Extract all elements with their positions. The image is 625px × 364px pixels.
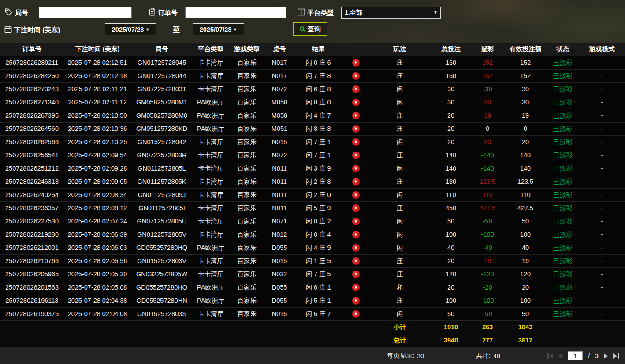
play-replay-button[interactable] <box>352 112 360 119</box>
cell-result: 闲 0 庄 4 <box>294 228 342 241</box>
platform-type-select[interactable]: 1.全部 ▼ <box>341 7 441 19</box>
cell-round-no: GN0322572805W <box>131 267 193 281</box>
cell-game-type: 百家乐 <box>229 175 265 188</box>
play-replay-button[interactable] <box>352 152 360 159</box>
cell-platform: 卡卡湾厅 <box>193 228 229 241</box>
cell-payout: 20 <box>471 135 504 149</box>
cell-round-no: GN01525728042 <box>131 135 193 149</box>
play-replay-button[interactable] <box>352 125 360 133</box>
cell-payout: -50 <box>471 215 504 228</box>
pager: / 3 <box>547 347 619 364</box>
play-replay-button[interactable] <box>352 59 360 67</box>
cell-round-no: GM051257280KD <box>131 122 193 135</box>
prev-page-button[interactable] <box>558 353 562 359</box>
cell-platform: 卡卡湾厅 <box>193 254 229 267</box>
play-replay-button[interactable] <box>352 178 360 186</box>
cell-game-mode: - <box>579 135 625 149</box>
cell-total-bet: 130 <box>431 175 471 188</box>
date-to-button[interactable]: 2025/07/28 ▼ <box>193 23 244 35</box>
cell-game-mode: - <box>579 307 625 320</box>
cell-bet-side: 庄 <box>369 294 431 307</box>
cell-payout: -50 <box>471 307 504 320</box>
subtotal-valid-bet: 1843 <box>504 320 547 334</box>
cell-status: 已派彩 <box>547 82 579 96</box>
table-row: 250728026284250 2025-07-28 02:12:18 GN01… <box>0 69 625 82</box>
play-icon <box>355 100 357 104</box>
play-replay-button[interactable] <box>352 165 360 172</box>
cell-replay <box>342 307 369 320</box>
cell-round-no: GN0112572805J <box>131 188 193 201</box>
cell-game-type: 百家乐 <box>229 281 265 294</box>
order-no-input[interactable] <box>185 7 286 18</box>
cell-game-mode: - <box>579 109 625 122</box>
page-number-input[interactable] <box>568 351 583 360</box>
date-from-value: 2025/07/28 <box>112 26 144 33</box>
cell-status: 已派彩 <box>547 307 579 320</box>
cell-result: 闲 7 庄 5 <box>294 267 342 281</box>
bet-time-label: 下注时间 (美东) <box>14 26 60 34</box>
cell-table-no: N032 <box>265 267 294 281</box>
col-bet-time: 下注时间 (美东) <box>64 43 131 56</box>
first-page-icon <box>547 353 549 359</box>
last-page-button[interactable] <box>613 353 619 359</box>
subtotal-row: 小计 1910 263 1843 <box>0 320 625 334</box>
query-button[interactable]: 查询 <box>293 22 327 36</box>
table-row: 250728026267395 2025-07-28 02:10:50 GM05… <box>0 109 625 122</box>
play-replay-button[interactable] <box>352 204 360 212</box>
first-page-button[interactable] <box>547 353 553 359</box>
cell-replay <box>342 122 369 135</box>
play-replay-button[interactable] <box>352 218 360 225</box>
table-row: 250728026271340 2025-07-28 02:11:12 GM05… <box>0 96 625 109</box>
cell-bet-side: 闲 <box>369 228 431 241</box>
cell-result: 闲 6 庄 1 <box>294 281 342 294</box>
cell-bet-time: 2025-07-28 02:09:05 <box>64 175 131 188</box>
play-replay-button[interactable] <box>352 99 360 106</box>
round-no-input[interactable] <box>39 7 132 18</box>
cell-valid-bet: 0 <box>504 122 547 135</box>
cell-round-no: GN0112572805K <box>131 175 193 188</box>
play-replay-button[interactable] <box>352 191 360 199</box>
cell-result: 闲 8 庄 0 <box>294 96 342 109</box>
cell-round-no: GN0112572805L <box>131 162 193 175</box>
play-replay-button[interactable] <box>352 257 360 265</box>
play-replay-button[interactable] <box>352 284 360 291</box>
page-separator: / <box>588 353 590 360</box>
cell-status: 已派彩 <box>547 96 579 109</box>
next-page-button[interactable] <box>604 353 608 359</box>
total-label: 总计 <box>369 334 431 347</box>
date-from-button[interactable]: 2025/07/28 ▼ <box>105 23 156 35</box>
play-replay-button[interactable] <box>352 297 360 305</box>
platform-type-value: 1.全部 <box>342 9 431 17</box>
bet-records-table: 订单号 下注时间 (美东) 局号 平台类型 游戏类型 桌号 结果 玩法 总投注 … <box>0 43 625 347</box>
cell-payout: -40 <box>471 241 504 254</box>
total-count-label: 共计: <box>476 352 491 360</box>
play-replay-button[interactable] <box>352 138 360 146</box>
cell-result: 闲 1 庄 5 <box>294 254 342 267</box>
play-replay-button[interactable] <box>352 72 360 80</box>
cell-total-bet: 160 <box>431 69 471 82</box>
cell-valid-bet: 100 <box>504 294 547 307</box>
cell-total-bet: 110 <box>431 188 471 201</box>
table-row: 250728026190375 2025-07-28 02:04:08 GN01… <box>0 307 625 320</box>
cell-game-type: 百家乐 <box>229 135 265 149</box>
cell-game-type: 百家乐 <box>229 162 265 175</box>
cell-game-type: 百家乐 <box>229 188 265 201</box>
cell-platform: 卡卡湾厅 <box>193 307 229 320</box>
cell-payout: 427.5 <box>471 201 504 215</box>
cell-replay <box>342 188 369 201</box>
cell-result: 闲 2 庄 8 <box>294 175 342 188</box>
cell-result: 闲 8 庄 8 <box>294 122 342 135</box>
summary-body: 小计 1910 263 1843 总计 3940 277 3617 <box>0 320 625 347</box>
cell-bet-side: 庄 <box>369 56 431 69</box>
cell-valid-bet: 152 <box>504 69 547 82</box>
play-replay-button[interactable] <box>352 271 360 278</box>
cell-game-mode: - <box>579 122 625 135</box>
cell-valid-bet: 120 <box>504 267 547 281</box>
play-replay-button[interactable] <box>352 85 360 93</box>
play-replay-button[interactable] <box>352 231 360 238</box>
play-replay-button[interactable] <box>352 310 360 318</box>
play-replay-button[interactable] <box>352 244 360 252</box>
col-result: 结果 <box>294 43 342 56</box>
tag-icon <box>4 8 13 16</box>
cell-platform: 卡卡湾厅 <box>193 135 229 149</box>
